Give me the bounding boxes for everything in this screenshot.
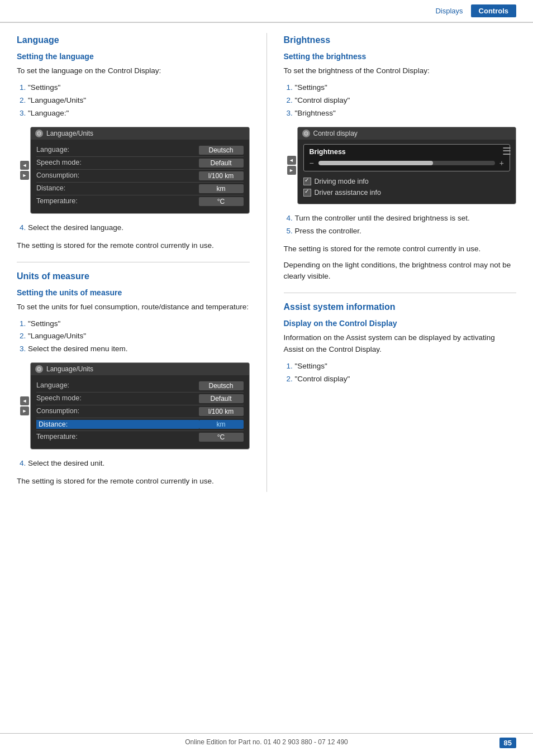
brightness-section-title: Brightness	[284, 35, 517, 45]
arrow-left-r1[interactable]: ◄	[287, 156, 296, 165]
brightness-plus[interactable]: +	[499, 159, 504, 168]
screen-menu-icon: ☰	[502, 145, 511, 157]
brightness-step45-list: Turn the controller until the desired br…	[295, 212, 517, 238]
units-screen-wrapper: ◄ ► ⚙ Language/Units Language: Deutsch	[30, 362, 250, 449]
units-menu-table: Language: Deutsch Speech mode: Default C…	[36, 380, 244, 443]
brightness-minus[interactable]: −	[310, 159, 314, 168]
units-step-3: Select the desired menu item.	[28, 343, 250, 356]
brightness-screen-wrapper: ◄ ► ⚙ Control display Brightness −	[297, 127, 517, 204]
lang-row-temperature: Temperature: °C	[36, 195, 244, 208]
setting-language-title: Setting the language	[17, 52, 250, 61]
units-step-4: Select the desired unit.	[28, 457, 250, 470]
brightness-steps: "Settings" "Control display" "Brightness…	[295, 82, 517, 120]
setting-brightness-title: Setting the brightness	[284, 52, 517, 61]
screen1-title: Language/Units	[46, 130, 93, 137]
arrow-left[interactable]: ◄	[20, 161, 29, 170]
screen2-body: Language: Deutsch Speech mode: Default C…	[31, 375, 249, 449]
units-section-title: Units of measure	[17, 271, 250, 281]
language-screen: ⚙ Language/Units Language: Deutsch Speec…	[30, 127, 250, 214]
language-step-3: "Language:"	[28, 107, 250, 120]
checkbox-driver-assist: Driver assistance info	[303, 187, 511, 198]
assist-step-2: "Control display"	[295, 373, 517, 386]
footer-text: Online Edition for Part no. 01 40 2 903 …	[185, 738, 348, 746]
checkbox-assist-label: Driver assistance info	[315, 189, 382, 197]
units-row-speech: Speech mode: Default	[36, 393, 244, 405]
footer: Online Edition for Part no. 01 40 2 903 …	[0, 733, 533, 746]
units-step-1: "Settings"	[28, 318, 250, 331]
language-intro: To set the language on the Control Displ…	[17, 65, 250, 77]
language-step-1: "Settings"	[28, 82, 250, 94]
assist-step-1: "Settings"	[295, 360, 517, 373]
page-number-area: 85	[499, 738, 516, 748]
language-step-2: "Language/Units"	[28, 94, 250, 107]
arrow-right-r1[interactable]: ►	[287, 166, 296, 175]
lang-row-distance: Distance: km	[36, 183, 244, 195]
brightness-bar: − +	[310, 159, 505, 168]
main-content: Language Setting the language To set the…	[0, 23, 533, 502]
units-step-2: "Language/Units"	[28, 330, 250, 343]
assist-intro: Information on the Assist system can be …	[284, 332, 517, 356]
units-row-consumption: Consumption: l/100 km	[36, 405, 244, 418]
screen1-body: Language: Deutsch Speech mode: Default C…	[31, 140, 249, 213]
arrow-left-2[interactable]: ◄	[20, 396, 29, 405]
language-steps: "Settings" "Language/Units" "Language:"	[28, 82, 250, 120]
lang-row-speech: Speech mode: Default	[36, 157, 244, 170]
language-note: The setting is stored for the remote con…	[17, 240, 250, 252]
language-screen-wrapper: ◄ ► ⚙ Language/Units Language: Deutsch	[30, 127, 250, 214]
brightness-screen: ⚙ Control display Brightness − +	[297, 127, 517, 204]
checkbox-driving-icon[interactable]	[303, 178, 311, 185]
brightness-fill	[318, 161, 433, 165]
brightness-intro: To set the brightness of the Control Dis…	[284, 65, 517, 77]
screen2-titlebar: ⚙ Language/Units	[31, 363, 249, 375]
units-row-language: Language: Deutsch	[36, 380, 244, 393]
language-section-title: Language	[17, 35, 250, 45]
checkbox-driving-mode: Driving mode info	[303, 176, 511, 187]
section-sep-right	[284, 293, 517, 293]
brightness-bar-container: Brightness − +	[303, 144, 511, 171]
right-column: Brightness Setting the brightness To set…	[267, 33, 517, 492]
controller-nav-left1: ◄ ►	[20, 161, 29, 180]
nav-displays[interactable]: Displays	[427, 4, 470, 17]
brightness-titlebar: ⚙ Control display	[298, 127, 516, 140]
units-steps: "Settings" "Language/Units" Select the d…	[28, 318, 250, 356]
brightness-step-3: "Brightness"	[295, 107, 517, 120]
assist-section-title: Assist system information	[284, 302, 517, 312]
section-separator	[17, 262, 250, 262]
units-screen: ⚙ Language/Units Language: Deutsch Speec…	[30, 362, 250, 449]
units-row-temperature: Temperature: °C	[36, 431, 244, 443]
brightness-step-4: Turn the controller until the desired br…	[295, 212, 517, 225]
page-number: 85	[499, 738, 516, 748]
left-column: Language Setting the language To set the…	[17, 33, 267, 492]
nav-controls[interactable]: Controls	[471, 4, 516, 17]
brightness-screen-title: Control display	[313, 130, 358, 137]
screen1-titlebar: ⚙ Language/Units	[31, 127, 249, 140]
brightness-label: Brightness	[310, 148, 505, 156]
brightness-step-5: Press the controller.	[295, 225, 517, 238]
gear-icon-3: ⚙	[302, 130, 310, 137]
lang-row-language: Language: Deutsch	[36, 144, 244, 157]
units-intro: To set the units for fuel consumption, r…	[17, 302, 250, 313]
brightness-track	[318, 161, 495, 165]
assist-steps: "Settings" "Control display"	[295, 360, 517, 386]
language-step-4: Select the desired language.	[28, 222, 250, 235]
lang-row-consumption: Consumption: l/100 km	[36, 170, 244, 183]
units-note: The setting is stored for the remote con…	[17, 476, 250, 487]
brightness-note2: Depending on the light conditions, the b…	[284, 260, 517, 283]
screen2-title: Language/Units	[46, 365, 93, 373]
brightness-step-2: "Control display"	[295, 94, 517, 107]
gear-icon: ⚙	[35, 130, 43, 137]
brightness-body: Brightness − + Driving mode info	[298, 140, 516, 204]
units-step4-list: Select the desired unit.	[28, 457, 250, 470]
brightness-note1: The setting is stored for the remote con…	[284, 243, 517, 255]
controller-nav-right1: ◄ ►	[287, 156, 296, 175]
language-menu-table: Language: Deutsch Speech mode: Default C…	[36, 144, 244, 208]
gear-icon-2: ⚙	[35, 365, 43, 373]
arrow-right[interactable]: ►	[20, 171, 29, 180]
controller-nav-left2: ◄ ►	[20, 396, 29, 415]
checkbox-assist-icon[interactable]	[303, 189, 311, 197]
arrow-right-2[interactable]: ►	[20, 406, 29, 415]
control-display-title: Display on the Control Display	[284, 319, 517, 328]
brightness-step-1: "Settings"	[295, 82, 517, 94]
setting-units-title: Setting the units of measure	[17, 288, 250, 297]
checkbox-driving-label: Driving mode info	[315, 178, 369, 185]
